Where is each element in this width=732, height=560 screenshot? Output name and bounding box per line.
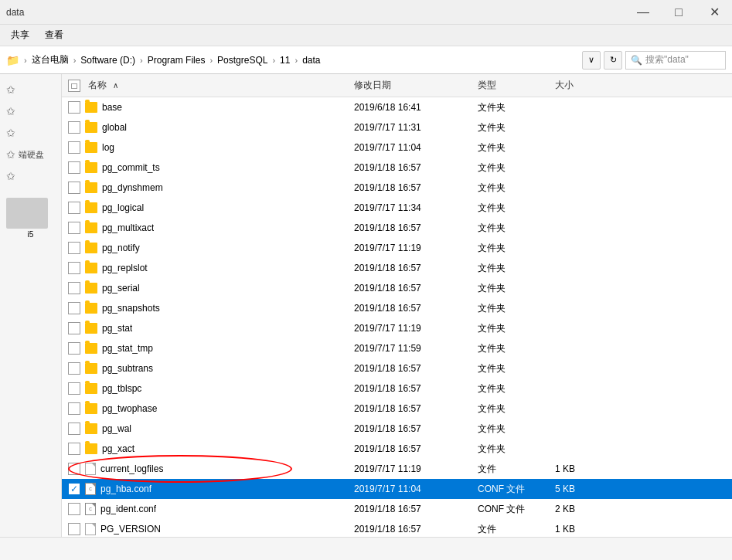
- menu-share[interactable]: 共享: [3, 25, 37, 45]
- table-row[interactable]: pg_snapshots 2019/1/18 16:57 文件夹: [62, 298, 732, 318]
- file-modified: 2019/7/17 11:59: [354, 343, 478, 354]
- file-type: 文件夹: [478, 141, 555, 154]
- folder-icon: [85, 303, 97, 314]
- row-checkbox[interactable]: [68, 161, 80, 174]
- sidebar-pin-1[interactable]: ✩: [3, 80, 58, 99]
- breadcrumb-postgresql[interactable]: PostgreSQL: [217, 55, 267, 66]
- row-checkbox[interactable]: ✓: [68, 483, 80, 495]
- col-hdr-name[interactable]: □ 名称 ∧: [68, 79, 354, 92]
- table-row[interactable]: pg_logical 2019/7/17 11:34 文件夹: [62, 198, 732, 218]
- file-size: 1 KB: [555, 524, 617, 535]
- menu-view[interactable]: 查看: [37, 25, 71, 45]
- breadcrumb-pc-label: 这台电脑: [32, 53, 69, 66]
- breadcrumb-programfiles[interactable]: Program Files: [148, 55, 206, 66]
- file-name-cell: global: [68, 121, 354, 134]
- table-row[interactable]: pg_twophase 2019/1/18 16:57 文件夹: [62, 399, 732, 419]
- row-checkbox[interactable]: [68, 101, 80, 114]
- row-checkbox[interactable]: [68, 342, 80, 355]
- table-row[interactable]: pg_multixact 2019/1/18 16:57 文件夹: [62, 218, 732, 238]
- file-name: pg_twophase: [102, 403, 157, 414]
- row-checkbox[interactable]: [68, 402, 80, 415]
- row-checkbox[interactable]: [68, 182, 80, 194]
- pin-icon-2: ✩: [6, 105, 15, 117]
- row-checkbox[interactable]: [68, 423, 80, 435]
- title-bar-controls: — □ ✕: [625, 0, 732, 25]
- col-modified-label: 修改日期: [354, 79, 391, 92]
- folder-icon: [85, 423, 97, 434]
- row-checkbox[interactable]: [68, 463, 80, 475]
- file-type: CONF 文件: [478, 483, 555, 496]
- header-checkbox[interactable]: □: [68, 80, 80, 92]
- file-icon: [85, 523, 96, 535]
- sidebar-storage-label: 端硬盘: [19, 149, 44, 161]
- folder-icon: [85, 323, 97, 334]
- table-row[interactable]: base 2019/6/18 16:41 文件夹: [62, 97, 732, 117]
- row-checkbox[interactable]: [68, 282, 80, 294]
- sidebar: ✩ ✩ ✩ ✩ 端硬盘 ✩ i5: [0, 74, 62, 537]
- dropdown-button[interactable]: ∨: [582, 51, 601, 70]
- file-type: 文件夹: [478, 242, 555, 255]
- col-hdr-size[interactable]: 大小: [555, 79, 617, 92]
- folder-icon: [85, 263, 97, 273]
- refresh-button[interactable]: ↻: [604, 51, 622, 70]
- folder-icon: [85, 182, 97, 193]
- search-box[interactable]: 🔍 搜索"data": [625, 51, 726, 70]
- breadcrumb-postgresql-label: PostgreSQL: [217, 55, 267, 66]
- row-checkbox[interactable]: [68, 242, 80, 254]
- breadcrumb-drive[interactable]: Software (D:): [80, 55, 135, 66]
- breadcrumb-data[interactable]: data: [302, 55, 320, 66]
- table-row[interactable]: pg_serial 2019/1/18 16:57 文件夹: [62, 278, 732, 298]
- table-row[interactable]: pg_commit_ts 2019/1/18 16:57 文件夹: [62, 158, 732, 178]
- table-row[interactable]: pg_subtrans 2019/1/18 16:57 文件夹: [62, 358, 732, 378]
- file-type: 文件: [478, 523, 555, 536]
- table-row[interactable]: pg_notify 2019/7/17 11:19 文件夹: [62, 238, 732, 258]
- table-row[interactable]: log 2019/7/17 11:04 文件夹: [62, 137, 732, 158]
- file-name: pg_multixact: [102, 222, 154, 233]
- row-checkbox[interactable]: [68, 222, 80, 234]
- row-checkbox[interactable]: [68, 382, 80, 395]
- sidebar-pin-5[interactable]: ✩: [3, 167, 58, 185]
- table-row[interactable]: pg_dynshmem 2019/1/18 16:57 文件夹: [62, 178, 732, 198]
- col-hdr-type[interactable]: 类型: [478, 79, 555, 92]
- row-checkbox[interactable]: [68, 121, 80, 134]
- row-checkbox[interactable]: [68, 523, 80, 535]
- table-row[interactable]: ✓ C pg_hba.conf 2019/7/17 11:04 CONF 文件 …: [62, 479, 732, 499]
- breadcrumb-pc[interactable]: 这台电脑: [32, 53, 69, 66]
- sidebar-pin-3[interactable]: ✩: [3, 124, 58, 142]
- row-checkbox[interactable]: [68, 141, 80, 154]
- table-row[interactable]: PG_VERSION 2019/1/18 16:57 文件 1 KB: [62, 519, 732, 537]
- file-name: current_logfiles: [100, 463, 163, 474]
- close-button[interactable]: ✕: [696, 0, 732, 25]
- row-checkbox[interactable]: [68, 262, 80, 274]
- file-name-cell: pg_twophase: [68, 402, 354, 415]
- table-row[interactable]: C pg_ident.conf 2019/1/18 16:57 CONF 文件 …: [62, 499, 732, 519]
- table-row[interactable]: current_logfiles 2019/7/17 11:19 文件 1 KB: [62, 459, 732, 479]
- table-row[interactable]: pg_tblspc 2019/1/18 16:57 文件夹: [62, 378, 732, 399]
- row-checkbox[interactable]: [68, 322, 80, 334]
- folder-icon: [85, 403, 97, 414]
- file-modified: 2019/7/17 11:04: [354, 484, 478, 494]
- breadcrumb-11[interactable]: 11: [280, 55, 290, 66]
- row-checkbox[interactable]: [68, 302, 80, 314]
- sidebar-storage[interactable]: ✩ 端硬盘: [3, 145, 58, 164]
- minimize-button[interactable]: —: [625, 0, 661, 25]
- table-row[interactable]: pg_stat 2019/7/17 11:19 文件夹: [62, 318, 732, 338]
- row-checkbox[interactable]: [68, 503, 80, 515]
- row-checkbox[interactable]: [68, 362, 80, 375]
- row-checkbox[interactable]: [68, 443, 80, 455]
- col-hdr-modified[interactable]: 修改日期: [354, 79, 478, 92]
- file-type: 文件夹: [478, 222, 555, 235]
- table-row[interactable]: pg_replslot 2019/1/18 16:57 文件夹: [62, 258, 732, 278]
- file-name: base: [102, 102, 122, 113]
- table-row[interactable]: pg_stat_tmp 2019/7/17 11:59 文件夹: [62, 338, 732, 358]
- file-name: pg_subtrans: [102, 363, 153, 374]
- row-checkbox[interactable]: [68, 202, 80, 214]
- file-name-cell: pg_xact: [68, 443, 354, 455]
- file-size: 1 KB: [555, 463, 617, 474]
- table-row[interactable]: pg_wal 2019/1/18 16:57 文件夹: [62, 419, 732, 439]
- maximize-button[interactable]: □: [661, 0, 696, 25]
- table-row[interactable]: pg_xact 2019/1/18 16:57 文件夹: [62, 439, 732, 459]
- sidebar-pin-2[interactable]: ✩: [3, 102, 58, 120]
- menu-bar: 共享 查看: [0, 25, 732, 46]
- table-row[interactable]: global 2019/7/17 11:31 文件夹: [62, 117, 732, 137]
